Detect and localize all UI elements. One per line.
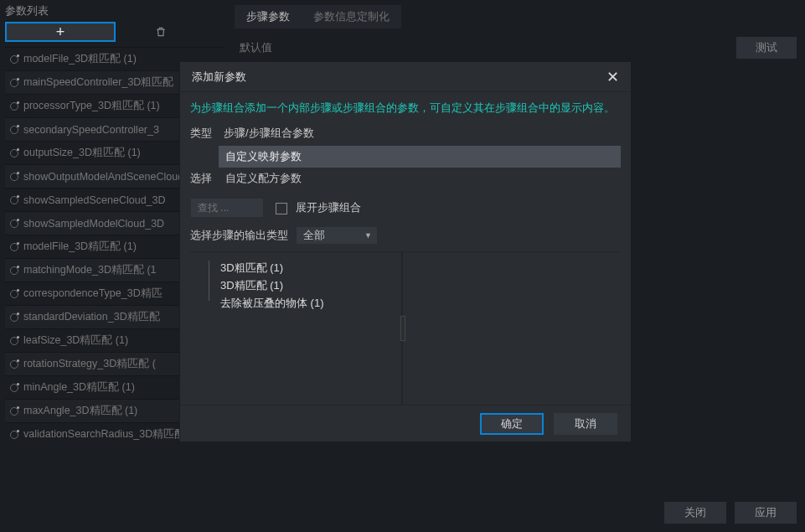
ok-button[interactable]: 确定 <box>480 413 544 435</box>
param-node-icon <box>10 407 18 416</box>
param-node-icon <box>10 384 18 392</box>
default-value-label: 默认值 <box>240 40 800 55</box>
splitter-handle[interactable] <box>401 252 403 405</box>
type-row: 类型 步骤/步骤组合参数 <box>190 124 621 142</box>
tree-area: 3D粗匹配 (1)3D精匹配 (1)去除被压叠的物体 (1) <box>190 251 621 405</box>
dialog-titlebar: 添加新参数 ✕ <box>180 62 631 92</box>
tree-item[interactable]: 3D精匹配 (1) <box>220 278 401 293</box>
param-item-label: maxAngle_3D精匹配 (1) <box>23 404 137 418</box>
param-node-icon <box>10 337 18 345</box>
plus-icon: + <box>56 23 65 41</box>
expand-checkbox-wrap[interactable]: 展开步骤组合 <box>276 200 361 215</box>
tabs: 步骤参数 参数信息定制化 <box>233 5 800 28</box>
search-input[interactable] <box>190 198 264 218</box>
param-node-icon <box>10 220 18 228</box>
param-node-icon <box>10 243 18 251</box>
add-param-dialog: 添加新参数 ✕ 为步骤组合添加一个内部步骤或步骤组合的参数，可自定义其在步骤组合… <box>179 61 632 442</box>
param-item-label: modelFile_3D精匹配 (1) <box>23 240 137 254</box>
param-list-title: 参数列表 <box>5 3 224 18</box>
type-option-selected-row: 自定义映射参数 <box>190 146 621 168</box>
type-dropdown[interactable]: 自定义映射参数 <box>219 146 621 168</box>
type-label: 类型 <box>190 126 219 141</box>
param-item-label: validationSearchRadius_3D精匹配 (1) <box>23 427 201 442</box>
param-node-icon <box>10 79 18 87</box>
type-header: 步骤/步骤组合参数 <box>219 124 319 142</box>
tree-item[interactable]: 3D粗匹配 (1) <box>220 261 401 276</box>
param-node-icon <box>10 290 18 298</box>
filter-row: 展开步骤组合 <box>190 198 621 218</box>
param-node-icon <box>10 102 18 111</box>
bottom-buttons: 关闭 应用 <box>664 502 797 524</box>
debug-button[interactable]: 测试 <box>736 37 797 59</box>
tree-guide-line <box>209 261 209 301</box>
dialog-title: 添加新参数 <box>192 70 246 85</box>
param-node-icon <box>10 431 18 439</box>
param-item-label: showOutputModelAndSceneCloud <box>23 171 183 183</box>
checkbox-icon <box>276 203 287 214</box>
dialog-hint: 为步骤组合添加一个内部步骤或步骤组合的参数，可自定义其在步骤组合中的显示内容。 <box>190 101 621 116</box>
param-item-label: correspondenceType_3D精匹 <box>23 287 163 301</box>
param-item-label: minAngle_3D精匹配 (1) <box>23 380 135 395</box>
add-param-button[interactable]: + <box>5 22 116 42</box>
param-item-label: rotationStrategy_3D精匹配 ( <box>23 357 156 371</box>
param-node-icon <box>10 126 18 134</box>
param-item-label: mainSpeedController_3D粗匹配 <box>23 75 173 90</box>
param-node-icon <box>10 313 18 322</box>
close-icon[interactable]: ✕ <box>606 68 619 86</box>
output-filter-row: 选择步骤的输出类型 全部 ▼ <box>190 226 621 245</box>
trash-icon <box>155 26 167 38</box>
param-node-icon <box>10 266 18 275</box>
expand-label: 展开步骤组合 <box>296 201 361 214</box>
param-node-icon <box>10 196 18 204</box>
param-item-label: outputSize_3D粗匹配 (1) <box>23 146 141 160</box>
tab-step-params[interactable]: 步骤参数 <box>235 5 302 28</box>
param-toolbar: + <box>5 22 224 42</box>
select-row: 选择 自定义配方参数 <box>190 168 621 189</box>
param-item-label: showSampledModelCloud_3D <box>23 218 164 230</box>
dialog-body: 为步骤组合添加一个内部步骤或步骤组合的参数，可自定义其在步骤组合中的显示内容。 … <box>180 92 631 405</box>
param-item-label: standardDeviation_3D精匹配 <box>23 310 160 324</box>
apply-button[interactable]: 应用 <box>735 502 797 524</box>
param-node-icon <box>10 55 18 64</box>
output-type-label: 选择步骤的输出类型 <box>190 228 296 243</box>
right-panel: 步骤参数 参数信息定制化 默认值 测试 <box>233 5 800 55</box>
param-item-label: showSampledSceneCloud_3D <box>23 194 166 206</box>
chevron-down-icon: ▼ <box>364 231 372 240</box>
type-option-recipe[interactable]: 自定义配方参数 <box>219 168 621 189</box>
type-option-mapping[interactable]: 自定义映射参数 <box>219 146 621 168</box>
delete-param-button[interactable] <box>119 22 203 42</box>
tree-item[interactable]: 去除被压叠的物体 (1) <box>220 296 401 311</box>
dialog-footer: 确定 取消 <box>180 405 631 442</box>
param-node-icon <box>10 173 18 181</box>
param-item-label: secondarySpeedController_3 <box>23 124 159 136</box>
param-item-label: matchingMode_3D精匹配 (1 <box>23 263 157 277</box>
param-item-label: leafSize_3D精匹配 (1) <box>23 333 128 348</box>
param-item-label: modelFile_3D粗匹配 (1) <box>23 52 137 66</box>
output-type-value: 全部 <box>303 229 325 243</box>
cancel-button[interactable]: 取消 <box>554 413 617 435</box>
param-node-icon <box>10 149 18 158</box>
param-item-label: processorType_3D粗匹配 (1) <box>23 99 160 113</box>
tab-param-custom[interactable]: 参数信息定制化 <box>302 5 401 28</box>
select-label: 选择 <box>190 171 219 186</box>
step-tree[interactable]: 3D粗匹配 (1)3D精匹配 (1)去除被压叠的物体 (1) <box>190 252 401 405</box>
close-button[interactable]: 关闭 <box>664 502 726 524</box>
output-type-select[interactable]: 全部 ▼ <box>296 226 378 245</box>
param-node-icon <box>10 360 18 369</box>
